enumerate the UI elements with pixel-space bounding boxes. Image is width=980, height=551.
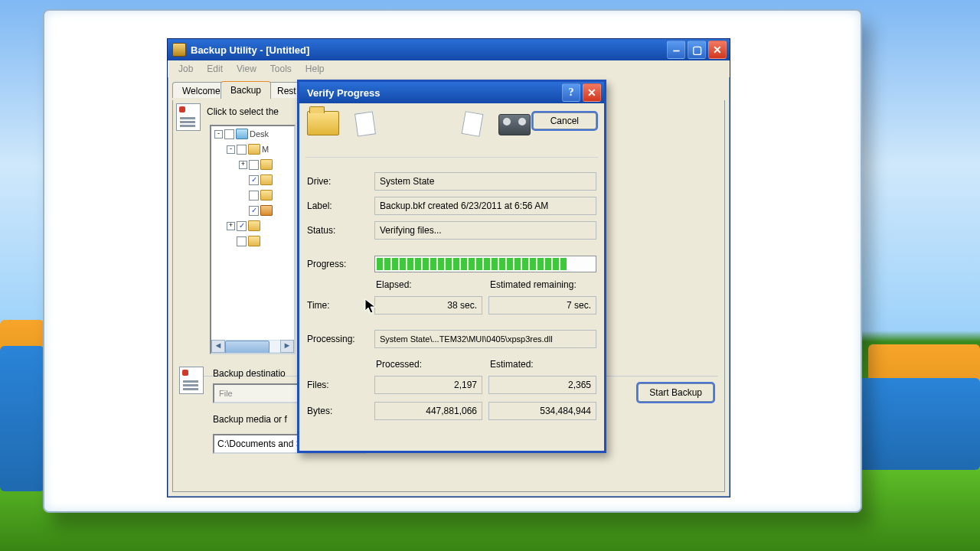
maximize-button[interactable]: ▢: [688, 41, 706, 59]
folder-icon: [248, 144, 260, 155]
time-label: Time:: [307, 300, 374, 311]
folder-icon: [260, 174, 273, 185]
bytes-estimated: 534,484,944: [488, 402, 596, 420]
bytes-processed: 447,881,066: [374, 402, 482, 420]
progress-fill: [377, 258, 567, 270]
menu-job[interactable]: Job: [172, 62, 199, 76]
progress-bar: [374, 256, 596, 272]
time-elapsed: 38 sec.: [374, 296, 482, 315]
tree-checkbox[interactable]: [224, 129, 234, 139]
tree-checkbox[interactable]: [249, 206, 259, 216]
folder-icon: [248, 236, 260, 246]
tree-caption: Click to select the: [207, 106, 279, 117]
tree-root-label: Desk: [250, 129, 269, 139]
expander-icon[interactable]: -: [227, 145, 235, 154]
media-label: Backup media or f: [213, 414, 287, 425]
folder-icon: [260, 159, 273, 170]
tree-checkbox[interactable]: [237, 221, 247, 231]
dialog-help-button[interactable]: ?: [562, 83, 580, 102]
drive-label: Drive:: [307, 176, 374, 187]
tree-hscrollbar[interactable]: ◄ ►: [211, 340, 294, 353]
processed-header: Processed:: [376, 359, 484, 370]
decor-block-blue-left: [0, 346, 44, 491]
dialog-titlebar[interactable]: Verify Progress ? ✕: [299, 82, 604, 103]
tree-checkbox[interactable]: [249, 175, 259, 185]
tree-checkbox[interactable]: [237, 236, 247, 246]
expander-icon[interactable]: -: [214, 130, 223, 139]
menu-edit[interactable]: Edit: [201, 62, 229, 76]
files-processed: 2,197: [374, 376, 482, 394]
drive-value: System State: [374, 172, 596, 191]
decor-block-blue-right: [858, 378, 980, 470]
remaining-header: Estimated remaining:: [490, 279, 598, 290]
expander-icon[interactable]: +: [239, 161, 247, 169]
expander-icon[interactable]: +: [227, 222, 235, 230]
destination-icon: [179, 367, 204, 394]
desktop-icon: [236, 129, 248, 139]
processing-value: System State\...TEM32\MUI\0405\xpsp3res.…: [374, 330, 596, 348]
processing-label: Processing:: [307, 334, 374, 344]
tree-checkbox[interactable]: [249, 160, 259, 170]
dialog-close-button[interactable]: ✕: [583, 83, 601, 102]
folder-icon: [307, 111, 339, 135]
desktop-wallpaper: Backup Utility - [Untitled] ‒ ▢ ✕ Job Ed…: [0, 0, 980, 551]
folder-icon: [248, 220, 260, 231]
start-backup-button[interactable]: Start Backup: [638, 383, 714, 402]
scroll-thumb[interactable]: [225, 341, 270, 354]
app-title: Backup Utility - [Untitled]: [191, 44, 309, 56]
dest-label: Backup destinatio: [213, 368, 286, 379]
progress-label: Progress:: [307, 259, 374, 269]
label-value: Backup.bkf created 6/23/2011 at 6:56 AM: [374, 197, 596, 215]
tree-checkbox[interactable]: [249, 191, 259, 201]
estimated-header: Estimated:: [490, 359, 598, 370]
tab-backup[interactable]: Backup: [220, 81, 271, 99]
menu-help[interactable]: Help: [299, 62, 331, 76]
status-value: Verifying files...: [374, 221, 596, 240]
bytes-label: Bytes:: [307, 406, 374, 416]
backup-source-tree[interactable]: - Desk - M +: [210, 125, 296, 354]
elapsed-header: Elapsed:: [376, 279, 484, 290]
status-label: Status:: [307, 225, 374, 236]
app-titlebar[interactable]: Backup Utility - [Untitled] ‒ ▢ ✕: [168, 39, 730, 60]
app-close-button[interactable]: ✕: [708, 41, 727, 59]
tree-node-label: M: [262, 145, 269, 154]
dialog-title: Verify Progress: [304, 87, 380, 99]
tape-drive-icon: [498, 114, 531, 135]
time-remaining: 7 sec.: [488, 296, 596, 315]
paper-icon: [354, 111, 376, 136]
outer-frame: Backup Utility - [Untitled] ‒ ▢ ✕ Job Ed…: [43, 9, 862, 513]
dest-type-select[interactable]: File: [213, 383, 308, 403]
scroll-left-icon[interactable]: ◄: [211, 340, 225, 353]
folder-icon: [260, 190, 273, 201]
scroll-right-icon[interactable]: ►: [280, 340, 294, 353]
dialog-animation-icons: [307, 111, 531, 135]
menubar: Job Edit View Tools Help: [168, 60, 730, 77]
files-estimated: 2,365: [488, 376, 596, 394]
menu-tools[interactable]: Tools: [264, 62, 298, 76]
tree-checkbox[interactable]: [237, 145, 247, 155]
minimize-button[interactable]: ‒: [667, 41, 685, 59]
menu-view[interactable]: View: [230, 62, 263, 76]
app-icon: [172, 43, 186, 57]
system-state-icon: [260, 205, 273, 216]
paper-icon: [462, 111, 484, 137]
cancel-button[interactable]: Cancel: [533, 112, 596, 129]
verify-progress-dialog: Verify Progress ? ✕ Cancel Drive: System…: [297, 80, 606, 453]
files-label: Files:: [307, 380, 374, 390]
checklist-icon: [176, 103, 201, 131]
label-label: Label:: [307, 201, 374, 211]
